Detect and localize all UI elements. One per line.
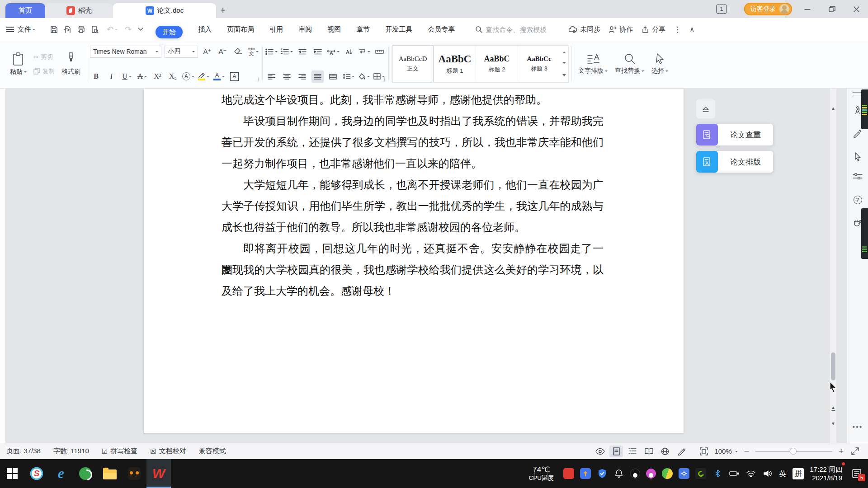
bullet-list-button[interactable] — [265, 46, 278, 58]
redo-button[interactable]: ↷ — [125, 24, 132, 34]
font-size-select[interactable]: 小四 — [165, 46, 198, 58]
superscript-button[interactable]: X² — [151, 70, 164, 83]
hamburger-icon[interactable] — [6, 27, 14, 32]
tab-insert[interactable]: 插入 — [198, 25, 212, 34]
clear-format-button[interactable] — [232, 46, 244, 58]
strip-more-button[interactable]: ••• — [847, 423, 868, 431]
tray-shield-icon[interactable] — [597, 468, 608, 479]
previous-page-button[interactable]: ▲▔ — [830, 405, 836, 416]
taskbar-file-explorer[interactable] — [98, 459, 122, 488]
new-tab-button[interactable]: + — [216, 3, 230, 18]
align-right-button[interactable] — [296, 70, 308, 83]
select-tool-button[interactable] — [847, 149, 868, 164]
increase-indent-button[interactable] — [311, 46, 324, 58]
document-page[interactable]: 地完成这个毕设项目。此刻，我非常感谢导师，感谢他提供的帮助。 毕设项目制作期间，… — [144, 89, 684, 433]
proofread-toggle[interactable]: ☒ 文档校对 — [150, 447, 186, 455]
zoom-level-caret[interactable] — [735, 451, 738, 454]
tab-page-layout[interactable]: 页面布局 — [227, 25, 254, 34]
tab-view[interactable]: 视图 — [327, 25, 341, 34]
taskbar-clock[interactable]: 17:22 周四 2021/8/19 — [810, 465, 844, 483]
cut-button[interactable]: ✂ 剪切 — [33, 53, 55, 61]
page-indicator[interactable]: 页面: 37/38 — [6, 447, 41, 455]
command-search-input[interactable] — [486, 26, 560, 33]
font-group-launcher[interactable] — [255, 77, 259, 81]
ink-mode-button[interactable] — [675, 446, 688, 457]
sync-status[interactable]: 未同步 — [568, 25, 600, 34]
highlight-color-button[interactable] — [198, 70, 210, 83]
customize-quickbar-caret[interactable] — [138, 28, 143, 31]
style-heading3[interactable]: AaBbCc 标题 3 — [518, 46, 560, 82]
decrease-indent-button[interactable] — [296, 46, 308, 58]
scroll-up-arrow[interactable]: ▲ — [830, 106, 836, 111]
print-button[interactable] — [74, 23, 88, 36]
tray-qq2-icon[interactable] — [646, 469, 656, 479]
taskbar-app-wps[interactable]: W — [146, 459, 171, 488]
panel-collapse-button[interactable] — [696, 99, 715, 118]
start-button[interactable] — [0, 459, 24, 488]
bold-button[interactable]: B — [90, 70, 102, 83]
text-direction-button[interactable] — [343, 46, 355, 58]
page-view-button[interactable] — [609, 446, 623, 457]
tab-dev-tools[interactable]: 开发工具 — [385, 25, 412, 34]
decrease-font-button[interactable]: A⁻ — [217, 46, 229, 58]
undo-caret[interactable] — [115, 29, 118, 32]
save-button[interactable] — [47, 23, 61, 36]
language-indicator[interactable]: 英 — [779, 469, 787, 479]
tray-qq-icon[interactable] — [630, 469, 640, 479]
ime-indicator[interactable]: 拼 — [793, 468, 804, 479]
web-view-button[interactable] — [658, 446, 672, 457]
print-preview-button[interactable] — [88, 23, 101, 36]
tab-home[interactable]: 首页 — [5, 3, 45, 18]
minimize-button[interactable] — [798, 0, 816, 18]
font-color-button[interactable]: A — [213, 70, 225, 83]
subscript-button[interactable]: X₂ — [167, 70, 179, 83]
text-layout-button[interactable]: 文字排版 — [575, 44, 611, 84]
outline-view-button[interactable] — [626, 446, 639, 457]
tray-settings-gear-icon[interactable] — [679, 468, 689, 479]
fit-page-button[interactable] — [697, 446, 711, 457]
tab-references[interactable]: 引用 — [269, 25, 283, 34]
tray-game-ball-icon[interactable] — [662, 468, 673, 479]
paper-check-button[interactable]: 论文查重 — [696, 124, 773, 145]
tray-driver-app-icon[interactable] — [580, 468, 591, 479]
cpu-temperature-widget[interactable]: 74℃ CPU温度 — [525, 465, 557, 481]
action-center-button[interactable]: 5 — [850, 467, 863, 480]
justify-button[interactable] — [311, 70, 324, 83]
zoom-out-button[interactable]: − — [742, 446, 751, 456]
tray-bell-icon[interactable] — [613, 468, 624, 479]
tray-bluetooth-icon[interactable] — [712, 468, 723, 479]
align-left-button[interactable] — [265, 70, 278, 83]
strikethrough-button[interactable]: A — [136, 70, 148, 83]
window-count-button[interactable]: 1 — [716, 5, 727, 14]
export-pdf-button[interactable] — [61, 23, 74, 36]
fullscreen-button[interactable] — [848, 446, 862, 457]
styles-scroll-down[interactable] — [562, 62, 566, 66]
spell-check-toggle[interactable]: ☑ 拼写检查 — [102, 447, 137, 455]
undo-button[interactable]: ↶ — [107, 24, 113, 34]
tab-ruler-button[interactable] — [373, 46, 386, 58]
find-replace-button[interactable]: 查找替换 — [611, 44, 648, 84]
zoom-slider-knob[interactable] — [790, 448, 797, 455]
zoom-level[interactable]: 100% — [714, 447, 731, 455]
styles-more-button[interactable] — [562, 74, 566, 78]
pinyin-guide-button[interactable]: wén文 — [247, 46, 259, 58]
word-count[interactable]: 字数: 11910 — [53, 447, 89, 455]
format-painter-button[interactable]: 格式刷 — [58, 52, 84, 77]
align-center-button[interactable] — [281, 70, 293, 83]
tray-power-icon[interactable] — [729, 468, 740, 479]
collapse-ribbon-button[interactable]: ∧ — [689, 25, 694, 33]
copy-button[interactable]: 复制 — [33, 67, 55, 75]
tray-wifi-icon[interactable] — [745, 468, 756, 479]
tab-start[interactable]: 开始 — [156, 26, 183, 38]
numbered-list-button[interactable] — [281, 46, 293, 58]
tray-nvidia-icon[interactable] — [695, 468, 706, 479]
paper-format-button[interactable]: 论文排版 — [696, 151, 773, 173]
text-effects-button[interactable]: A — [182, 70, 194, 83]
taskbar-app-dark[interactable] — [122, 459, 146, 488]
style-normal[interactable]: AaBbCcD 正文 — [392, 46, 434, 82]
select-button[interactable]: 选择 — [648, 44, 672, 84]
shading-button[interactable] — [358, 70, 370, 83]
tray-red-app-icon[interactable] — [563, 468, 574, 479]
increase-font-button[interactable]: A⁺ — [201, 46, 213, 58]
tab-document[interactable]: W 论文.doc — [113, 3, 216, 18]
